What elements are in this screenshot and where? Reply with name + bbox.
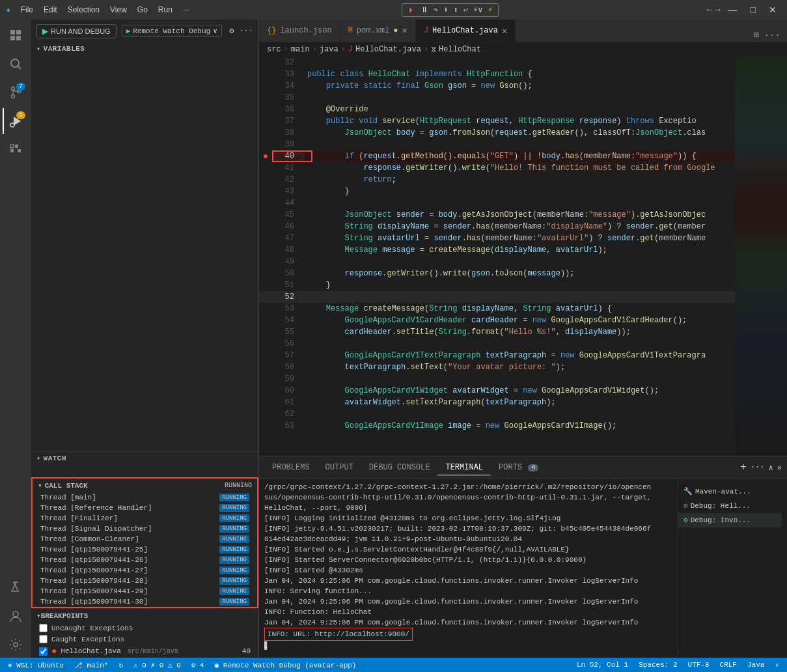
edit-menu[interactable]: Edit <box>40 4 61 16</box>
terminal-line-6: [INFO] Started o.e.j.s.ServletContextHan… <box>264 544 672 555</box>
call-stack-thread-6[interactable]: Thread [qtp1500079441-26] RUNNING <box>33 555 257 565</box>
view-menu[interactable]: View <box>106 4 131 16</box>
step-out-icon[interactable]: ⬆ <box>453 5 458 15</box>
file-menu[interactable]: File <box>17 4 37 16</box>
more-tabs-icon[interactable]: ··· <box>763 29 782 42</box>
breadcrumb-src[interactable]: src <box>267 45 281 54</box>
activity-search[interactable] <box>3 51 29 77</box>
activity-source-control[interactable]: 7 <box>3 79 29 105</box>
terminal-main[interactable]: /grpc/grpc-context/1.27.2/grpc-context-1… <box>264 482 672 655</box>
status-debug-count[interactable]: ⚙ 4 <box>189 661 207 669</box>
status-language[interactable]: Java <box>745 661 767 669</box>
call-stack-thread-5[interactable]: Thread [qtp1500079441-25] RUNNING <box>33 544 257 555</box>
window-close[interactable]: ✕ <box>764 3 782 16</box>
tab-output[interactable]: OUTPUT <box>318 460 361 475</box>
restart-icon[interactable]: ↩ <box>463 5 468 15</box>
breadcrumb-java[interactable]: java <box>320 45 338 54</box>
tab-debug-console[interactable]: DEBUG CONSOLE <box>361 460 438 475</box>
run-menu[interactable]: Run <box>154 4 176 16</box>
breadcrumb-main[interactable]: main <box>291 45 310 54</box>
status-eol[interactable]: CRLF <box>717 661 739 669</box>
tab-pom-xml[interactable]: M pom.xml ● ✕ <box>340 20 416 42</box>
call-stack-thread-10[interactable]: Thread [qtp1500079441-30] RUNNING <box>33 596 257 607</box>
watch-header[interactable]: ▾ WATCH <box>31 452 258 465</box>
call-stack-thread-2[interactable]: Thread [Finalizer] RUNNING <box>33 513 257 524</box>
terminal-line-2: HelloChat, --port, 9000] <box>264 503 672 513</box>
window-maximize[interactable]: □ <box>745 3 761 16</box>
call-stack-thread-1[interactable]: Thread [Reference Handler] RUNNING <box>33 503 257 513</box>
tab-terminal[interactable]: TERMINAL <box>437 460 491 475</box>
settings-icon[interactable]: ⚙ <box>229 26 234 36</box>
call-stack-thread-9[interactable]: Thread [qtp1500079441-29] RUNNING <box>33 586 257 596</box>
panel-up-icon[interactable]: ∧ <box>769 463 773 473</box>
pause-icon[interactable]: ⏸ <box>421 5 428 15</box>
status-encoding[interactable]: UTF-8 <box>685 661 712 669</box>
panel-close-icon[interactable]: ✕ <box>777 463 782 473</box>
call-stack-thread-4[interactable]: Thread [Common-Cleaner] RUNNING <box>33 534 257 544</box>
status-branch[interactable]: ⎇ main* <box>72 661 111 669</box>
debug-config-dropdown[interactable]: ▶ Remote Watch Debug ∨ <box>122 25 222 37</box>
lightning-icon[interactable]: ⚡ <box>488 5 492 15</box>
thread-status: RUNNING <box>219 494 249 501</box>
status-spaces[interactable]: Spaces: 2 <box>636 661 680 669</box>
code-editor[interactable]: 32 33 public class HelloChat implements … <box>259 57 735 456</box>
activity-bar: 7 1 <box>0 20 31 658</box>
line-num-48: 48 <box>272 244 305 256</box>
panel-sidebar: 🔧 Maven-avat... ⚙ Debug: Hell... ⚙ Debug… <box>678 482 782 655</box>
code-line-41: 41 response.getWriter().write("Hello! Th… <box>259 162 735 174</box>
tab-hellochat-java[interactable]: J HelloChat.java ✕ <box>416 20 516 42</box>
more-menu[interactable]: ··· <box>179 4 193 16</box>
activity-extensions[interactable] <box>3 137 29 163</box>
activity-settings[interactable] <box>3 632 29 658</box>
activity-account[interactable] <box>3 603 29 629</box>
call-stack-thread-0[interactable]: Thread [main] RUNNING <box>33 492 257 503</box>
thread-name: Thread [qtp1500079441-30] <box>40 598 148 606</box>
thread-name: Thread [Reference Handler] <box>40 504 152 512</box>
tab-ports[interactable]: PORTS 4 <box>491 460 546 475</box>
tab-launch-json[interactable]: {} launch.json <box>259 20 340 42</box>
status-remote-debug[interactable]: ◉ Remote Watch Debug (avatar-app) <box>212 661 359 669</box>
panel-sidebar-debug-hell[interactable]: ⚙ Debug: Hell... <box>678 499 782 513</box>
status-sync[interactable]: ↻ <box>116 661 126 669</box>
nav-back-icon[interactable]: ← <box>707 5 712 15</box>
breadcrumb-symbol[interactable]: HelloChat <box>439 45 481 54</box>
status-wsl[interactable]: ⎈ WSL: Ubuntu <box>5 661 66 669</box>
step-into-icon[interactable]: ⬇ <box>443 5 448 15</box>
more-icon[interactable]: ··· <box>239 27 253 36</box>
status-errors[interactable]: ⚠ 0 ✗ 0 △ 0 <box>131 661 184 669</box>
tab-close-icon[interactable]: ✕ <box>402 25 407 36</box>
continue-icon[interactable]: ⏵ <box>407 5 415 15</box>
caught-exceptions-checkbox[interactable] <box>39 635 48 643</box>
nav-forward-icon[interactable]: → <box>715 5 720 15</box>
step-over-icon[interactable]: ↷ <box>434 5 438 15</box>
terminal-line-3: [INFO] Logging initialized @43128ms to o… <box>264 513 672 524</box>
line-content-48: Message message = createMessage(displayN… <box>305 244 735 256</box>
more-debug-icon[interactable]: ⚡∨ <box>473 5 482 15</box>
activity-explorer[interactable] <box>3 22 29 48</box>
add-terminal-icon[interactable]: + <box>740 462 747 473</box>
go-menu[interactable]: Go <box>133 4 152 16</box>
split-editor-icon[interactable]: ⊞ <box>752 28 760 42</box>
status-cursor-pos[interactable]: Ln 52, Col 1 <box>574 661 631 669</box>
uncaught-exceptions-checkbox[interactable] <box>39 624 48 632</box>
call-stack-thread-7[interactable]: Thread [qtp1500079441-27] RUNNING <box>33 565 257 576</box>
tab-close-icon[interactable]: ✕ <box>502 25 507 36</box>
hellchat-breakpoint-checkbox[interactable] <box>39 647 48 656</box>
call-stack-thread-8[interactable]: Thread [qtp1500079441-28] RUNNING <box>33 576 257 586</box>
run-and-debug-button[interactable]: ▶ RUN AND DEBUG <box>36 24 117 38</box>
tab-problems[interactable]: PROBLEMS <box>264 460 318 475</box>
breadcrumb-file[interactable]: HelloChat.java <box>355 45 421 54</box>
call-stack-header[interactable]: ▾ CALL STACK Running <box>33 479 257 492</box>
panel-sidebar-debug-invo[interactable]: ⚙ Debug: Invo... <box>678 513 782 527</box>
call-stack-thread-3[interactable]: Thread [Signal Dispatcher] RUNNING <box>33 524 257 534</box>
selection-menu[interactable]: Selection <box>64 4 104 16</box>
more-panel-icon[interactable]: ··· <box>751 463 765 472</box>
activity-testing[interactable] <box>3 574 29 600</box>
window-minimize[interactable]: — <box>723 3 743 16</box>
activity-run-debug[interactable]: 1 <box>3 108 29 134</box>
status-lightning[interactable]: ⚡ <box>772 661 782 669</box>
breakpoints-header[interactable]: ▾ BREAKPOINTS <box>31 609 258 623</box>
variables-header[interactable]: ▾ VARIABLES <box>31 42 258 55</box>
panel-sidebar-maven[interactable]: 🔧 Maven-avat... <box>678 484 782 499</box>
code-line-38: 38 JsonObject body = gson.fromJson(reque… <box>259 127 735 139</box>
